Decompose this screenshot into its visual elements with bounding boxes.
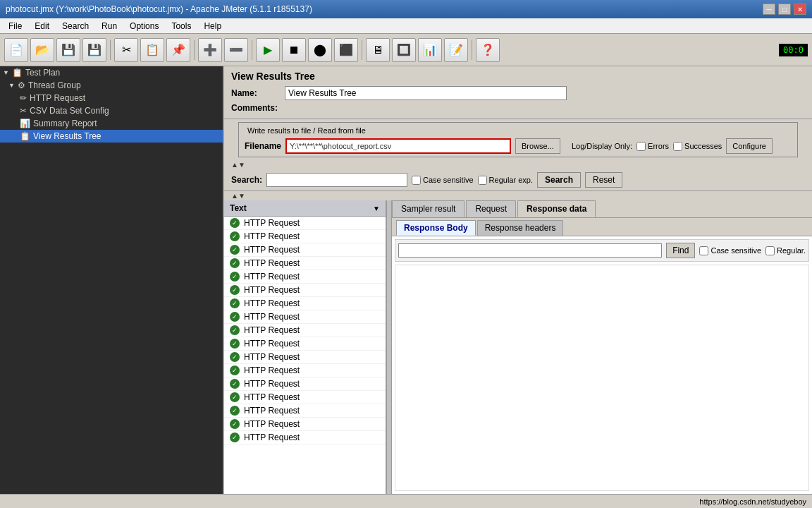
case-sensitive-checkbox[interactable]	[412, 176, 421, 185]
menu-tools[interactable]: Tools	[166, 20, 197, 32]
list-item[interactable]: ✓ HTTP Request	[224, 337, 386, 351]
status-bar: https://blog.csdn.net/studyeboy	[0, 494, 812, 508]
list-item[interactable]: ✓ HTTP Request	[224, 297, 386, 310]
menu-edit[interactable]: Edit	[29, 20, 55, 32]
tab-response-data[interactable]: Response data	[517, 200, 596, 217]
list-item[interactable]: ✓ HTTP Request	[224, 230, 386, 243]
list-item[interactable]: ✓ HTTP Request	[224, 391, 386, 404]
thread-group-icon: ⚙	[18, 80, 25, 90]
paste-button[interactable]: 📌	[166, 38, 190, 62]
list-item[interactable]: ✓ HTTP Request	[224, 270, 386, 284]
list-item[interactable]: ✓ HTTP Request	[224, 351, 386, 364]
save-as-button[interactable]: 💾	[82, 38, 106, 62]
successes-checkbox-label[interactable]: Successes	[673, 142, 722, 151]
list-item[interactable]: ✓ HTTP Request	[224, 364, 386, 377]
success-icon: ✓	[230, 325, 240, 335]
success-icon: ✓	[230, 433, 240, 442]
collapse-arrows-1[interactable]: ▲▼	[231, 161, 245, 169]
menu-options[interactable]: Options	[124, 20, 164, 32]
save-button[interactable]: 💾	[56, 38, 80, 62]
stop-button[interactable]: ⏹	[282, 38, 306, 62]
close-button[interactable]: ✕	[794, 4, 806, 15]
help-button[interactable]: ❓	[476, 38, 500, 62]
expand-icon: ▼	[3, 69, 9, 76]
browse-button[interactable]: Browse...	[515, 138, 560, 154]
list-item[interactable]: ✓ HTTP Request	[224, 404, 386, 418]
list-item[interactable]: ✓ HTTP Request	[224, 431, 386, 445]
title-bar: photocut.jmx (Y:\work\PhotoBook\photocut…	[0, 0, 812, 18]
success-icon: ✓	[230, 379, 240, 389]
find-regular-label[interactable]: Regular.	[765, 246, 806, 255]
dropdown-arrow[interactable]: ▼	[373, 205, 380, 212]
find-bar: Find Case sensitive Regular.	[395, 239, 809, 262]
log-button[interactable]: 📝	[444, 38, 468, 62]
maximize-button[interactable]: □	[778, 4, 791, 15]
search-input[interactable]	[266, 173, 407, 187]
tree-item-csv-data[interactable]: ✂ CSV Data Set Config	[0, 104, 223, 117]
list-item[interactable]: ✓ HTTP Request	[224, 310, 386, 324]
list-item[interactable]: ✓ HTTP Request	[224, 257, 386, 270]
reset-button[interactable]: Reset	[585, 172, 622, 188]
list-item[interactable]: ✓ HTTP Request	[224, 284, 386, 297]
search-label: Search:	[231, 175, 262, 185]
success-icon: ✓	[230, 419, 240, 429]
tree-item-summary-report[interactable]: 📊 Summary Report	[0, 117, 223, 130]
left-panel: ▼ 📋 Test Plan ▼ ⚙ Thread Group ✏ HTTP Re…	[0, 66, 224, 494]
copy-button[interactable]: 📋	[140, 38, 164, 62]
clear-button[interactable]: ⬤	[308, 38, 332, 62]
add-button[interactable]: ➕	[198, 38, 222, 62]
configure-button[interactable]: Configure	[726, 138, 773, 154]
clear-all-button[interactable]: ⬛	[334, 38, 358, 62]
cut-button[interactable]: ✂	[114, 38, 138, 62]
errors-checkbox-label[interactable]: Errors	[636, 142, 669, 151]
tree-item-test-plan[interactable]: ▼ 📋 Test Plan	[0, 66, 223, 79]
errors-checkbox[interactable]	[636, 142, 646, 151]
write-results-legend: Write results to file / Read from file	[245, 126, 369, 135]
tree-item-http-request[interactable]: ✏ HTTP Request	[0, 92, 223, 104]
name-input[interactable]	[285, 86, 567, 100]
search-bar: Search: Case sensitive Regular exp. Sear…	[224, 169, 812, 191]
tabs-bar: Sampler result Request Response data	[392, 200, 812, 218]
report-button[interactable]: 📊	[418, 38, 442, 62]
vertical-resize-handle[interactable]	[386, 200, 392, 494]
tree-item-view-results-tree[interactable]: 📋 View Results Tree	[0, 130, 223, 143]
regular-exp-label[interactable]: Regular exp.	[478, 176, 533, 185]
list-item[interactable]: ✓ HTTP Request	[224, 243, 386, 257]
success-icon: ✓	[230, 406, 240, 416]
open-button[interactable]: 📂	[30, 38, 54, 62]
menu-file[interactable]: File	[3, 20, 27, 32]
successes-checkbox[interactable]	[673, 142, 682, 151]
regular-exp-checkbox[interactable]	[478, 176, 487, 185]
find-input[interactable]	[398, 243, 662, 258]
success-icon: ✓	[230, 218, 240, 228]
collapse-arrows-2[interactable]: ▲▼	[231, 192, 245, 200]
remove-button[interactable]: ➖	[224, 38, 248, 62]
filename-input[interactable]	[285, 138, 511, 154]
tab-request[interactable]: Request	[466, 200, 516, 217]
success-icon: ✓	[230, 312, 240, 322]
case-sensitive-label[interactable]: Case sensitive	[412, 176, 474, 185]
name-row: Name:	[231, 86, 805, 100]
find-case-sensitive-checkbox[interactable]	[699, 246, 708, 255]
remote-all-button[interactable]: 🔲	[392, 38, 416, 62]
search-button[interactable]: Search	[537, 172, 581, 188]
success-icon: ✓	[230, 339, 240, 349]
find-case-sensitive-label[interactable]: Case sensitive	[699, 246, 761, 255]
list-item[interactable]: ✓ HTTP Request	[224, 377, 386, 391]
find-button[interactable]: Find	[666, 243, 695, 258]
tree-item-thread-group[interactable]: ▼ ⚙ Thread Group	[0, 79, 223, 92]
tab-sampler-result[interactable]: Sampler result	[392, 200, 465, 217]
menu-run[interactable]: Run	[96, 20, 123, 32]
sub-tab-response-body[interactable]: Response Body	[396, 220, 476, 236]
minimize-button[interactable]: ─	[763, 4, 775, 15]
sub-tab-response-headers[interactable]: Response headers	[477, 220, 564, 236]
run-button[interactable]: ▶	[256, 38, 280, 62]
menu-help[interactable]: Help	[198, 20, 227, 32]
menu-search[interactable]: Search	[56, 20, 94, 32]
new-button[interactable]: 📄	[4, 38, 28, 62]
list-item[interactable]: ✓ HTTP Request	[224, 418, 386, 431]
find-regular-checkbox[interactable]	[765, 246, 775, 255]
remote-button[interactable]: 🖥	[366, 38, 390, 62]
list-item[interactable]: ✓ HTTP Request	[224, 324, 386, 337]
list-item[interactable]: ✓ HTTP Request	[224, 217, 386, 230]
